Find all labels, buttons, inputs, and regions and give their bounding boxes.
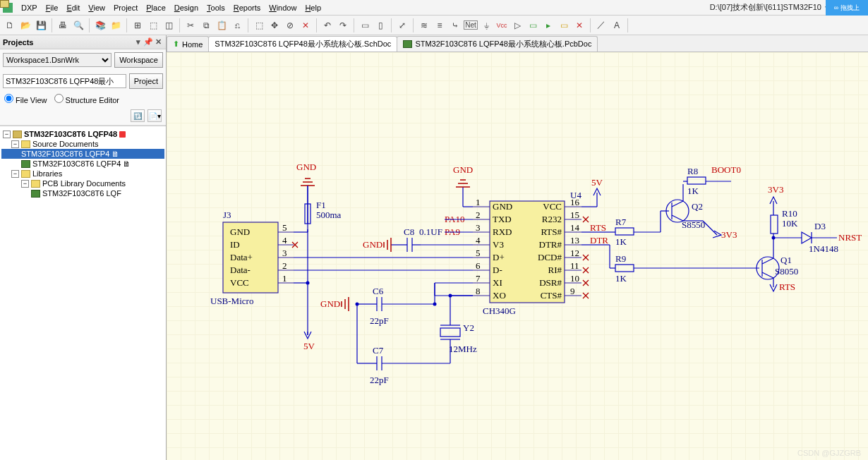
part-icon[interactable]: ▷ bbox=[510, 18, 524, 32]
open-icon[interactable]: 📂 bbox=[18, 18, 32, 32]
svg-text:S8550: S8550 bbox=[682, 219, 705, 230]
svg-text:GND: GND bbox=[320, 298, 340, 309]
tree-source-folder[interactable]: −Source Documents bbox=[1, 139, 164, 149]
svg-text:NRST: NRST bbox=[838, 232, 862, 243]
hier2-icon[interactable]: ▯ bbox=[373, 18, 387, 32]
svg-text:10K: 10K bbox=[782, 218, 798, 229]
bus-icon[interactable]: ≡ bbox=[433, 18, 447, 32]
tree-pcb-doc[interactable]: STM32F103C8T6 LQFP4 🗎 bbox=[1, 159, 164, 169]
tree-pcblib-folder[interactable]: −PCB Library Documents bbox=[1, 178, 164, 188]
menu-window[interactable]: Window bbox=[265, 2, 301, 13]
project-field[interactable] bbox=[3, 74, 126, 88]
preview-icon[interactable]: 🔍 bbox=[71, 18, 85, 32]
tab-pcb[interactable]: STM32F103C8T6 LQFP48最小系统核心板.PcbDoc bbox=[397, 36, 598, 52]
menu-help[interactable]: Help bbox=[301, 2, 325, 13]
recent-path[interactable]: D:\[07]技术创新\[611]STM32F10 bbox=[707, 2, 824, 13]
menu-view[interactable]: View bbox=[84, 2, 109, 13]
svg-text:1N4148: 1N4148 bbox=[809, 243, 838, 254]
clear-icon[interactable]: ✕ bbox=[299, 18, 313, 32]
gnd-icon[interactable]: ⏚ bbox=[479, 18, 493, 32]
menu-project[interactable]: Project bbox=[109, 2, 142, 13]
new-icon[interactable]: 🗋 bbox=[3, 18, 17, 32]
tree-sch-doc[interactable]: STM32F103C8T6 LQFP4 🗎 bbox=[1, 149, 164, 159]
svg-text:GND: GND bbox=[453, 164, 473, 175]
copy-icon[interactable]: ⧉ bbox=[199, 18, 213, 32]
svg-text:3: 3 bbox=[476, 222, 481, 233]
tab-schematic[interactable]: STM32F103C8T6 LQFP48最小系统核心板.SchDoc bbox=[208, 36, 397, 52]
line-icon[interactable]: ／ bbox=[594, 18, 608, 32]
cut-icon[interactable]: ✂ bbox=[183, 18, 198, 32]
busjoin-icon[interactable]: ⤷ bbox=[448, 18, 462, 32]
svg-text:RTS: RTS bbox=[590, 222, 606, 233]
text-icon[interactable]: A bbox=[610, 18, 624, 32]
tab-home[interactable]: ⬆Home bbox=[167, 36, 209, 52]
select-icon[interactable]: ⬚ bbox=[252, 18, 266, 32]
project-button[interactable]: Project bbox=[129, 73, 163, 89]
redo-icon[interactable]: ↷ bbox=[336, 18, 350, 32]
compile-icon[interactable]: 📚 bbox=[93, 18, 107, 32]
print-icon[interactable]: 🖶 bbox=[56, 18, 70, 32]
svg-text:3V3: 3V3 bbox=[721, 229, 737, 240]
svg-text:5V: 5V bbox=[591, 177, 603, 188]
svg-text:Q1: Q1 bbox=[780, 255, 792, 265]
schematic-canvas[interactable]: J3 USB-Micro GND ID Data+ Data- VCC 5 4 … bbox=[167, 52, 868, 460]
workspace-button[interactable]: Workspace bbox=[114, 52, 163, 68]
zoom-area-icon[interactable]: ⬚ bbox=[146, 18, 160, 32]
menu-reports[interactable]: Reports bbox=[229, 2, 265, 13]
structure-radio[interactable]: Structure Editor bbox=[54, 94, 119, 104]
editor-area: ⬆Home STM32F103C8T6 LQFP48最小系统核心板.SchDoc… bbox=[167, 35, 868, 460]
fileview-radio[interactable]: File View bbox=[4, 94, 47, 104]
panel-close-icon[interactable]: ✕ bbox=[153, 37, 163, 47]
svg-text:R232: R232 bbox=[542, 214, 562, 224]
menu-edit[interactable]: Edit bbox=[62, 2, 84, 13]
vcc-icon[interactable]: Vcc bbox=[495, 18, 509, 32]
tree-libraries-folder[interactable]: −Libraries bbox=[1, 169, 164, 178]
noerc-icon[interactable]: ✕ bbox=[572, 18, 586, 32]
netlabel-icon[interactable]: Net bbox=[464, 18, 478, 32]
sheet-icon[interactable]: ▭ bbox=[526, 18, 540, 32]
stamp-icon[interactable]: ⎌ bbox=[230, 18, 244, 32]
paste-icon[interactable]: 📋 bbox=[215, 18, 229, 32]
svg-rect-160 bbox=[615, 228, 634, 235]
tree-pcblib-file[interactable]: STM32F103C8T6 LQF bbox=[1, 188, 164, 198]
watermark: CSDN @GJZGRB bbox=[797, 449, 861, 457]
svg-text:DTR: DTR bbox=[590, 235, 608, 246]
undo-icon[interactable]: ↶ bbox=[320, 18, 334, 32]
wire-icon[interactable]: ≋ bbox=[417, 18, 431, 32]
menu-dxp[interactable]: DXP bbox=[17, 2, 42, 13]
svg-text:RXD: RXD bbox=[493, 226, 512, 237]
cloud-sync-badge[interactable]: ∞拖拽上 bbox=[826, 0, 868, 16]
tree-project-root[interactable]: −STM32F103C8T6 LQFP48 bbox=[1, 129, 164, 139]
zoom-fit-icon[interactable]: ⊞ bbox=[131, 18, 145, 32]
refresh-icon[interactable]: 🔃 bbox=[131, 109, 145, 122]
projects-panel: Projects ▾ 📌 ✕ Workspace1.DsnWrk Workspa… bbox=[0, 35, 167, 460]
document-tabbar: ⬆Home STM32F103C8T6 LQFP48最小系统核心板.SchDoc… bbox=[167, 35, 868, 52]
svg-text:ID: ID bbox=[230, 239, 240, 250]
panel-menu-icon[interactable]: ▾ bbox=[133, 37, 143, 47]
sheetent-icon[interactable]: ▸ bbox=[541, 18, 555, 32]
project-tree[interactable]: −STM32F103C8T6 LQFP48 −Source Documents … bbox=[0, 126, 166, 460]
workspace-select[interactable]: Workspace1.DsnWrk bbox=[3, 53, 111, 67]
options-icon[interactable]: 📄▾ bbox=[147, 109, 162, 122]
panel-pin-icon[interactable]: 📌 bbox=[143, 37, 153, 47]
menu-tools[interactable]: Tools bbox=[203, 2, 229, 13]
port-icon[interactable]: ▭ bbox=[557, 18, 571, 32]
save-icon[interactable]: 💾 bbox=[34, 18, 48, 32]
menu-bar: DXP File Edit View Project Place Design … bbox=[0, 0, 868, 16]
menu-design[interactable]: Design bbox=[170, 2, 203, 13]
svg-rect-165 bbox=[615, 265, 634, 272]
open-proj-icon[interactable]: 📁 bbox=[109, 18, 123, 32]
svg-text:C8: C8 bbox=[404, 226, 414, 237]
deselect-icon[interactable]: ⊘ bbox=[283, 18, 297, 32]
svg-text:12: 12 bbox=[570, 248, 579, 258]
svg-text:500ma: 500ma bbox=[316, 210, 342, 220]
svg-text:DTR#: DTR# bbox=[539, 239, 562, 250]
svg-rect-114 bbox=[440, 328, 460, 337]
move-icon[interactable]: ✥ bbox=[267, 18, 282, 32]
menu-file[interactable]: File bbox=[42, 2, 63, 13]
cross-probe-icon[interactable]: ⤢ bbox=[395, 18, 409, 32]
zoom-sel-icon[interactable]: ◫ bbox=[162, 18, 176, 32]
menu-place[interactable]: Place bbox=[142, 2, 170, 13]
svg-text:J3: J3 bbox=[223, 210, 231, 220]
hierarchy-icon[interactable]: ▭ bbox=[358, 18, 372, 32]
